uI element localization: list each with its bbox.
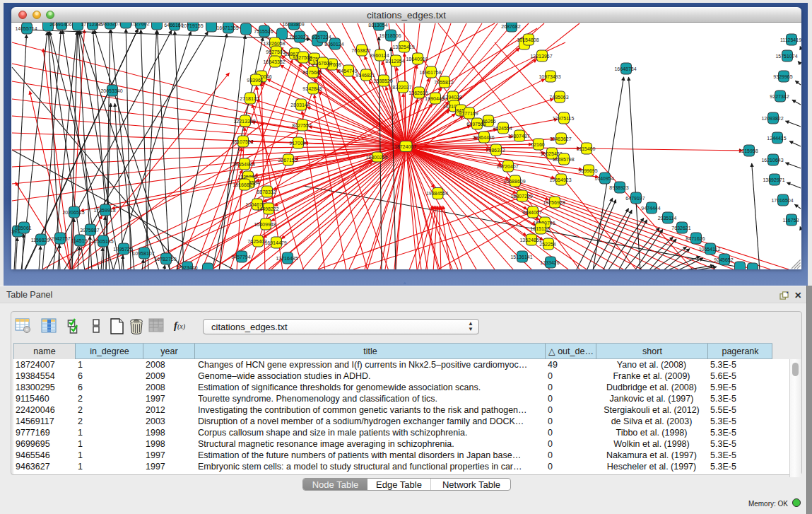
- svg-text:8454749: 8454749: [338, 69, 357, 74]
- svg-text:19166827: 19166827: [233, 182, 254, 187]
- svg-text:2687682: 2687682: [501, 24, 520, 29]
- svg-text:835061: 835061: [15, 226, 31, 230]
- svg-text:18107552: 18107552: [231, 139, 253, 144]
- svg-text:6497568: 6497568: [466, 122, 486, 127]
- svg-text:20364436: 20364436: [472, 135, 494, 140]
- svg-text:9329965: 9329965: [773, 74, 792, 79]
- svg-text:10807487: 10807487: [507, 134, 529, 139]
- svg-text:9684067: 9684067: [522, 210, 541, 215]
- svg-text:19218506: 19218506: [379, 33, 401, 38]
- svg-text:8912954: 8912954: [385, 59, 404, 64]
- svg-text:7632621: 7632621: [671, 226, 690, 230]
- svg-text:9327508: 9327508: [293, 55, 312, 60]
- svg-text:2718170: 2718170: [240, 96, 259, 101]
- svg-text:19654983: 19654983: [233, 162, 254, 167]
- svg-text:12923446: 12923446: [175, 265, 197, 270]
- svg-text:1156829: 1156829: [31, 238, 50, 243]
- svg-text:9827503: 9827503: [266, 49, 285, 54]
- svg-text:9115460: 9115460: [577, 146, 596, 151]
- svg-text:3215958: 3215958: [739, 148, 758, 153]
- svg-text:18724007: 18724007: [394, 144, 416, 149]
- svg-text:16033809: 16033809: [282, 23, 304, 27]
- svg-text:13524851: 13524851: [519, 238, 541, 243]
- svg-text:1733426: 1733426: [540, 260, 559, 265]
- svg-text:252254: 252254: [539, 242, 555, 247]
- svg-text:14498222: 14498222: [257, 206, 278, 211]
- svg-text:3267150: 3267150: [278, 158, 297, 163]
- svg-text:8960124: 8960124: [370, 53, 389, 58]
- svg-text:12213389: 12213389: [233, 119, 255, 124]
- svg-text:13226058: 13226058: [263, 41, 285, 46]
- svg-text:62160: 62160: [531, 142, 545, 147]
- svg-text:1362615: 1362615: [408, 90, 428, 95]
- svg-text:16671355: 16671355: [216, 25, 238, 30]
- svg-text:1990448: 1990448: [425, 96, 444, 101]
- svg-text:12942757: 12942757: [48, 236, 70, 241]
- svg-text:6794028: 6794028: [442, 95, 461, 100]
- svg-text:7986372: 7986372: [486, 148, 505, 153]
- svg-text:10688609: 10688609: [503, 179, 525, 184]
- svg-text:18463627: 18463627: [549, 136, 571, 141]
- svg-text:16782759: 16782759: [154, 257, 176, 262]
- svg-text:10853257: 10853257: [98, 23, 120, 26]
- svg-text:9457794: 9457794: [231, 255, 250, 259]
- svg-text:7485063: 7485063: [549, 95, 568, 100]
- svg-text:10719155: 10719155: [181, 23, 203, 28]
- svg-text:116753: 116753: [783, 218, 799, 223]
- svg-text:7955812: 7955812: [434, 80, 453, 85]
- svg-text:12975115: 12975115: [553, 116, 575, 121]
- svg-text:7663822: 7663822: [351, 48, 370, 53]
- svg-text:9245652: 9245652: [714, 257, 733, 262]
- svg-text:18495798: 18495798: [552, 157, 574, 162]
- svg-text:1795725: 1795725: [113, 247, 132, 252]
- svg-text:7663822: 7663822: [289, 35, 308, 40]
- svg-text:9242848: 9242848: [302, 86, 322, 91]
- svg-text:10958107: 10958107: [132, 251, 154, 256]
- svg-text:8675685: 8675685: [302, 70, 322, 75]
- svg-text:20206515: 20206515: [62, 210, 84, 215]
- svg-text:16914479: 16914479: [264, 240, 286, 245]
- svg-text:19756928: 19756928: [543, 200, 565, 205]
- svg-text:18807299: 18807299: [510, 194, 532, 199]
- svg-text:8960124: 8960124: [324, 42, 343, 47]
- svg-text:16648784: 16648784: [614, 66, 636, 71]
- svg-text:19384554: 19384554: [426, 191, 448, 196]
- svg-text:15751074: 15751074: [775, 54, 797, 59]
- svg-text:3624554: 3624554: [493, 126, 512, 131]
- svg-text:15720407: 15720407: [496, 164, 518, 169]
- svg-text:1640954: 1640954: [594, 176, 613, 181]
- svg-text:6479197: 6479197: [625, 196, 645, 201]
- svg-text:3975887: 3975887: [80, 228, 99, 233]
- svg-text:8427552: 8427552: [292, 123, 311, 128]
- svg-text:11125419: 11125419: [780, 37, 801, 42]
- svg-text:1244415: 1244415: [767, 136, 786, 141]
- svg-text:13892971: 13892971: [763, 177, 784, 182]
- svg-text:933961: 933961: [247, 78, 263, 83]
- svg-text:17359918: 17359918: [93, 208, 115, 213]
- svg-text:7515526: 7515526: [254, 29, 273, 34]
- svg-text:12093822: 12093822: [761, 116, 783, 121]
- svg-text:8471626: 8471626: [686, 236, 705, 241]
- svg-text:16961758: 16961758: [419, 70, 441, 75]
- svg-text:19654923: 19654923: [549, 177, 571, 182]
- svg-text:9777169: 9777169: [459, 111, 478, 116]
- svg-text:13716485: 13716485: [276, 256, 298, 261]
- svg-text:2367608: 2367608: [312, 61, 331, 66]
- svg-text:114519: 114519: [71, 238, 88, 243]
- svg-text:12213967: 12213967: [530, 54, 552, 59]
- svg-text:12505135: 12505135: [91, 239, 113, 244]
- svg-text:8813054: 8813054: [368, 23, 387, 28]
- svg-text:18640910: 18640910: [406, 57, 428, 62]
- svg-text:1527602: 1527602: [130, 23, 149, 26]
- svg-text:10154808: 10154808: [517, 37, 539, 42]
- svg-text:17016504: 17016504: [771, 198, 793, 203]
- svg-text:13325419: 13325419: [392, 45, 414, 49]
- svg-text:9699695: 9699695: [578, 168, 597, 173]
- svg-text:20053340: 20053340: [100, 88, 122, 93]
- svg-text:20691406: 20691406: [49, 23, 71, 27]
- svg-text:8938923: 8938923: [609, 185, 628, 190]
- svg-text:9357224: 9357224: [312, 35, 331, 40]
- svg-text:18300295: 18300295: [365, 155, 387, 160]
- svg-text:16543382: 16543382: [263, 59, 285, 64]
- svg-text:15409948: 15409948: [254, 222, 276, 227]
